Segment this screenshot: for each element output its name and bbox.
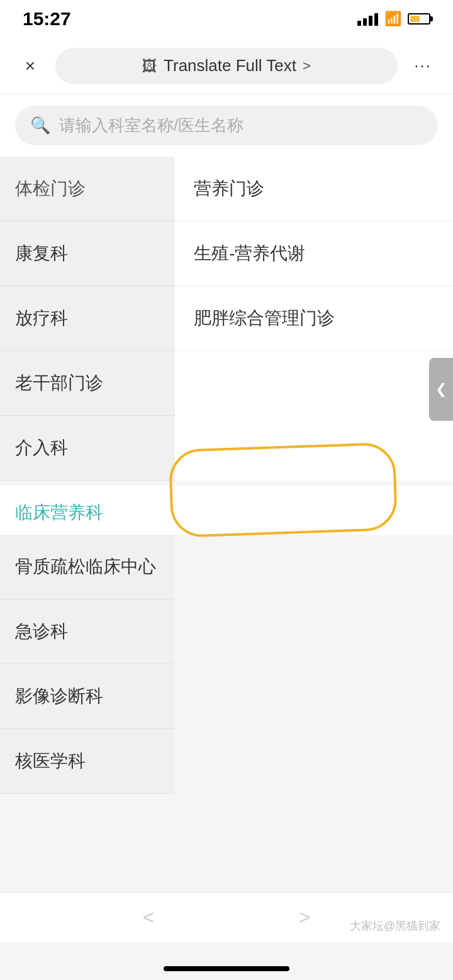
- section-divider: [0, 481, 453, 486]
- battery-icon: [408, 13, 430, 25]
- chevron-left-icon: ❮: [435, 381, 447, 398]
- right-item-shengzhi[interactable]: 生殖-营养代谢: [175, 221, 453, 286]
- lower-right-panel: [175, 535, 453, 794]
- close-button[interactable]: ×: [15, 51, 45, 81]
- sidebar-item-guzhi[interactable]: 骨质疏松临床中心: [0, 535, 175, 599]
- scroll-handle[interactable]: ❮: [429, 358, 453, 421]
- right-item-feipang[interactable]: 肥胖综合管理门诊: [175, 286, 453, 351]
- sidebar-item-jieru[interactable]: 介入科: [0, 416, 175, 481]
- status-icons: 📶: [357, 11, 430, 27]
- more-options-button[interactable]: ···: [408, 51, 438, 81]
- sidebar-item-jizhen[interactable]: 急诊科: [0, 599, 175, 664]
- active-section-header[interactable]: 临床营养科: [0, 486, 453, 535]
- watermark: 大家坛@黑猫到家: [350, 918, 440, 933]
- right-panel: 营养门诊 生殖-营养代谢 肥胖综合管理门诊: [175, 157, 453, 481]
- search-bar: 🔍 请输入科室名称/医生名称: [0, 94, 453, 157]
- nav-bar: × 🖼 Translate Full Text > ···: [0, 38, 453, 94]
- lower-sidebar: 骨质疏松临床中心 急诊科 影像诊断科 核医学科: [0, 535, 175, 794]
- sidebar-item-partial[interactable]: 体检门诊: [0, 157, 175, 221]
- sidebar-item-kangfuke[interactable]: 康复科: [0, 221, 175, 286]
- bottom-nav: < >: [0, 892, 453, 942]
- status-time: 15:27: [23, 8, 71, 30]
- sidebar-item-fangliaoake[interactable]: 放疗科: [0, 286, 175, 351]
- signal-icon: [357, 12, 378, 26]
- nav-arrow-icon: >: [303, 58, 311, 74]
- sidebar-item-laogan[interactable]: 老干部门诊: [0, 351, 175, 416]
- sidebar-item-yingxiang[interactable]: 影像诊断科: [0, 664, 175, 729]
- nav-title: Translate Full Text: [164, 56, 296, 75]
- status-bar: 15:27 📶: [0, 0, 453, 38]
- search-icon: 🔍: [30, 116, 50, 135]
- forward-button[interactable]: >: [289, 903, 320, 933]
- sidebar-item-heyixue[interactable]: 核医学科: [0, 729, 175, 794]
- translate-full-text-button[interactable]: 🖼 Translate Full Text >: [55, 48, 398, 84]
- translate-icon: 🖼: [142, 57, 157, 75]
- lower-content-area: 骨质疏松临床中心 急诊科 影像诊断科 核医学科: [0, 535, 453, 794]
- content-area: 体检门诊 康复科 放疗科 老干部门诊 介入科 营养门诊 生殖-营养代谢: [0, 157, 453, 481]
- back-button[interactable]: <: [133, 903, 164, 933]
- left-sidebar: 体检门诊 康复科 放疗科 老干部门诊 介入科: [0, 157, 175, 481]
- search-placeholder: 请输入科室名称/医生名称: [59, 114, 243, 136]
- home-indicator: [164, 966, 289, 971]
- right-item-yingyang[interactable]: 营养门诊: [175, 157, 453, 221]
- wifi-icon: 📶: [384, 11, 401, 27]
- search-input[interactable]: 🔍 请输入科室名称/医生名称: [15, 106, 438, 145]
